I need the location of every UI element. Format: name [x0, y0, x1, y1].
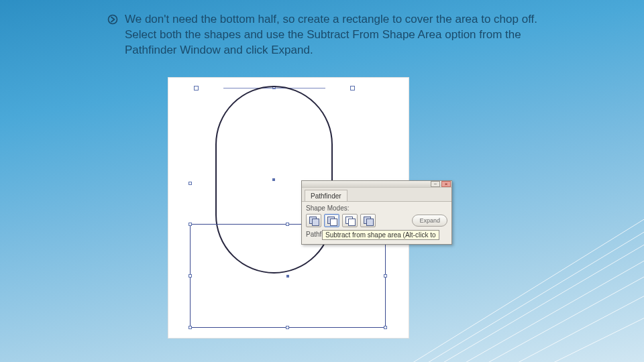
- selection-handle: [384, 274, 387, 278]
- bullet-item: We don't need the bottom half, so create…: [107, 12, 543, 58]
- selection-handle: [189, 274, 192, 278]
- slide: We don't need the bottom half, so create…: [0, 0, 644, 362]
- panel-tab-pathfinder[interactable]: Pathfinder: [305, 190, 347, 201]
- selection-handle: [189, 223, 192, 226]
- selection-handle: [189, 182, 192, 185]
- artboard: − × Pathfinder Shape Modes: Expand: [168, 78, 409, 338]
- selection-handle: [286, 223, 289, 226]
- shape-modes-label: Shape Modes:: [306, 204, 447, 212]
- selection-center: [272, 178, 275, 181]
- expand-button[interactable]: Expand: [412, 215, 447, 227]
- svg-point-0: [109, 15, 117, 24]
- selection-handle: [384, 326, 387, 329]
- selection-handle: [189, 326, 192, 329]
- svg-line-4: [396, 238, 644, 362]
- pathfinders-row: Pathfinders: Subtract from shape area (A…: [306, 231, 447, 238]
- pathfinder-panel[interactable]: − × Pathfinder Shape Modes: Expand: [301, 180, 452, 245]
- minimize-icon[interactable]: −: [431, 181, 440, 187]
- intersect-shape-icon[interactable]: [342, 214, 358, 227]
- content-block: We don't need the bottom half, so create…: [107, 12, 543, 58]
- body-text: We don't need the bottom half, so create…: [125, 12, 543, 58]
- subtract-from-shape-icon[interactable]: [324, 214, 339, 227]
- add-to-shape-icon[interactable]: [306, 214, 321, 227]
- panel-body: Shape Modes: Expand Pathfinders: Subtrac…: [302, 201, 451, 244]
- tooltip: Subtract from shape area (Alt-click to: [322, 230, 439, 240]
- svg-line-7: [473, 298, 644, 362]
- svg-line-5: [416, 255, 644, 362]
- circled-arrow-icon: [107, 14, 118, 25]
- selection-handle: [286, 326, 289, 329]
- close-icon[interactable]: ×: [441, 181, 451, 187]
- selection-center: [286, 275, 289, 278]
- panel-titlebar[interactable]: − ×: [302, 181, 451, 188]
- illustration-canvas: − × Pathfinder Shape Modes: Expand: [168, 77, 409, 339]
- shape-modes-row: Expand: [306, 214, 447, 227]
- exclude-shape-icon[interactable]: [360, 214, 376, 227]
- svg-line-6: [443, 275, 644, 362]
